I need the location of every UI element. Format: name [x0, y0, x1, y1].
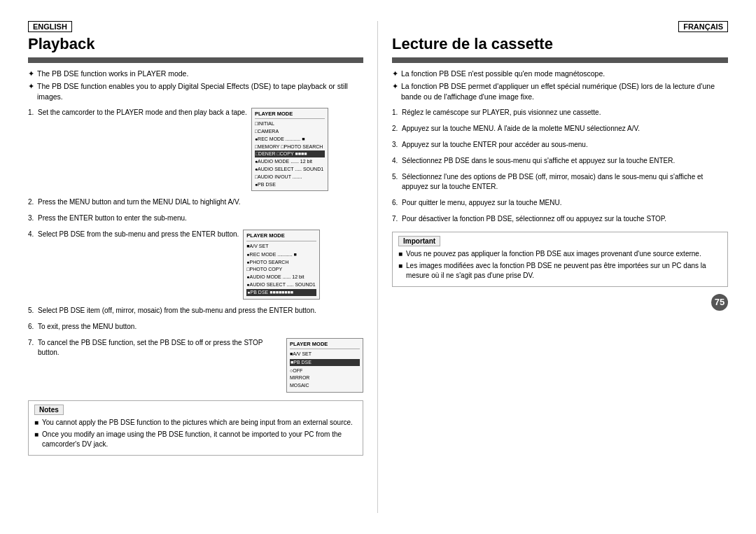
fr-bullet-sym-2: ✦	[392, 81, 398, 92]
fr-step-5: 5. Sélectionnez l'une des options de PB …	[392, 172, 728, 192]
notes-box: Notes ■ You cannot apply the PB DSE func…	[28, 400, 363, 456]
left-lang-badge: ENGLISH	[28, 21, 72, 32]
note-1: ■ You cannot apply the PB DSE function t…	[34, 418, 357, 428]
right-bullet-1: ✦ La fonction PB DSE n'est possible qu'e…	[392, 69, 728, 79]
fr-step-1: 1. Réglez le caméscope sur PLAYER, puis …	[392, 108, 728, 118]
note-2: ■ Once you modify an image using the PB …	[34, 430, 357, 449]
left-column: ENGLISH Playback ✦ The PB DSE function w…	[28, 21, 378, 513]
left-title: Playback	[28, 35, 363, 53]
step-5: 5. Select PB DSE item (off, mirror, mosa…	[28, 306, 363, 316]
fr-bullet-sym-1: ✦	[392, 69, 398, 79]
fr-step-7: 7. Pour désactiver la fonction PB DSE, s…	[392, 214, 728, 224]
fr-note-2: ■ Les images modifiées avec la fonction …	[398, 261, 722, 281]
bullet-sym-1: ✦	[28, 69, 34, 79]
step-1: 1. Set the camcorder to the PLAYER mode …	[28, 108, 363, 192]
menu-screen-1: PLAYER MODE □INITIAL □CAMERA ●REC MODE .…	[251, 108, 328, 192]
right-bullets: ✦ La fonction PB DSE n'est possible qu'e…	[392, 69, 728, 102]
important-title: Important	[398, 236, 440, 246]
right-steps: 1. Réglez le caméscope sur PLAYER, puis …	[392, 108, 728, 227]
right-divider	[392, 57, 728, 63]
right-column: FRANÇAIS Lecture de la cassette ✦ La fon…	[378, 21, 728, 513]
right-lang-badge: FRANÇAIS	[678, 21, 728, 32]
right-header: FRANÇAIS	[392, 21, 728, 34]
step-4: 4. Select PB DSE from the sub-menu and p…	[28, 230, 363, 299]
left-bullets: ✦ The PB DSE function works in PLAYER mo…	[28, 69, 363, 102]
fr-step-6: 6. Pour quitter le menu, appuyez sur la …	[392, 198, 728, 208]
step-2: 2. Press the MENU button and turn the ME…	[28, 197, 363, 207]
left-bullet-1: ✦ The PB DSE function works in PLAYER mo…	[28, 69, 363, 79]
fr-step-4: 4. Sélectionnez PB DSE dans le sous-menu…	[392, 156, 728, 166]
step-6: 6. To exit, press the MENU button.	[28, 322, 363, 332]
menu-screen-2: PLAYER MODE ■A/V SET ●REC MODE .........…	[243, 230, 320, 299]
left-steps: 1. Set the camcorder to the PLAYER mode …	[28, 108, 363, 396]
fr-step-2: 2. Appuyez sur la touche MENU. À l'aide …	[392, 124, 728, 134]
fr-step-3: 3. Appuyez sur la touche ENTER pour accé…	[392, 140, 728, 150]
right-bullet-2: ✦ La fonction PB DSE permet d'appliquer …	[392, 81, 728, 101]
page-number: 75	[711, 294, 728, 311]
step-7: 7. To cancel the PB DSE function, set th…	[28, 338, 363, 393]
step-3: 3. Press the ENTER button to enter the s…	[28, 213, 363, 223]
bullet-sym-2: ✦	[28, 81, 34, 92]
notes-title: Notes	[34, 405, 64, 415]
right-title: Lecture de la cassette	[392, 35, 728, 53]
important-box: Important ■ Vous ne pouvez pas appliquer…	[392, 232, 728, 287]
left-bullet-2: ✦ The PB DSE function enables you to app…	[28, 81, 363, 101]
menu-screen-3: PLAYER MODE ■A/V SET ■PB DSE ○OFF MIRROR…	[286, 338, 363, 393]
fr-note-1: ■ Vous ne pouvez pas appliquer la foncti…	[398, 249, 722, 259]
two-column-layout: ENGLISH Playback ✦ The PB DSE function w…	[28, 21, 728, 513]
left-divider	[28, 57, 363, 63]
page: ENGLISH Playback ✦ The PB DSE function w…	[0, 0, 756, 534]
page-number-area: 75	[392, 294, 728, 311]
